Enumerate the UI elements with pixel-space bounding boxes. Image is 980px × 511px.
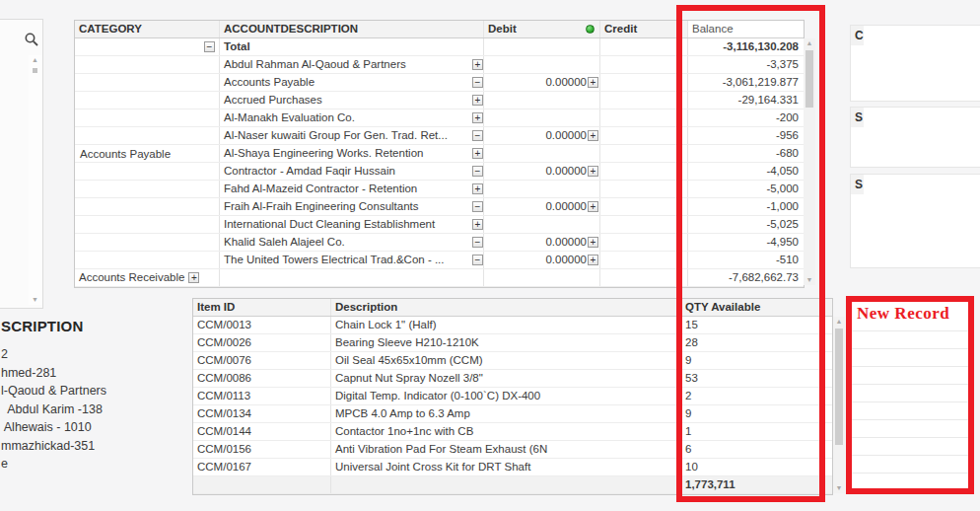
account-row[interactable]: Accounts Payable − 0.00000 + -3,061,219.… xyxy=(75,74,804,92)
item-row[interactable]: CCM/0086 Capnut Nut Spray Nozell 3/8" 53 xyxy=(193,370,832,388)
balance-value: -200 xyxy=(688,110,804,126)
expand-plus-icon[interactable]: + xyxy=(588,77,598,88)
search-icon[interactable] xyxy=(24,32,39,47)
expand-plus-icon[interactable]: + xyxy=(588,201,598,212)
expand-toggle-icon[interactable]: + xyxy=(472,148,483,159)
balance-value: -5,000 xyxy=(688,181,804,197)
scrollbar-thumb[interactable] xyxy=(33,68,37,73)
item-id: CCM/0076 xyxy=(193,352,331,369)
expand-plus-icon[interactable]: + xyxy=(588,130,598,141)
credit-cell xyxy=(600,198,688,215)
scroll-up-icon[interactable]: ▲ xyxy=(32,55,38,65)
category-cell xyxy=(75,163,220,180)
left-panel-scrollbar[interactable]: ▲ ▼ xyxy=(29,55,41,305)
expand-toggle-icon[interactable]: + xyxy=(472,183,483,194)
account-row[interactable]: Abdul Rahman Al-Qaoud & Partners + -3,37… xyxy=(75,56,804,74)
col-header-balance[interactable]: Balance xyxy=(688,21,804,37)
panel-header-label: S xyxy=(855,110,863,125)
expand-toggle-icon[interactable]: + xyxy=(472,95,483,106)
item-row[interactable]: CCM/0113 Digital Temp. Indicator (0-100`… xyxy=(193,388,832,405)
col-header-description[interactable]: Description xyxy=(331,299,681,316)
list-item[interactable]: hmed-281 xyxy=(1,364,188,383)
account-row[interactable]: Fraih Al-Fraih Engineering Consultants −… xyxy=(75,198,804,216)
scrollbar-thumb[interactable] xyxy=(805,50,813,108)
balance-value: -7,682,662.73 xyxy=(688,269,804,286)
collapse-icon[interactable]: − xyxy=(204,41,215,52)
account-name: Contractor - Amdad Faqir Hussain xyxy=(220,163,472,180)
account-row[interactable]: Khalid Saleh Alajeel Co. − 0.00000 + -4,… xyxy=(75,234,804,252)
list-item[interactable]: Alhewais - 1010 xyxy=(1,418,188,437)
expand-toggle-icon[interactable]: + xyxy=(472,219,483,230)
credit-cell xyxy=(600,74,688,91)
expand-toggle-icon[interactable]: − xyxy=(472,255,483,265)
item-row[interactable]: CCM/0076 Oil Seal 45x65x10mm (CCM) 9 xyxy=(193,352,832,370)
balance-value: -680 xyxy=(688,145,804,162)
scroll-down-icon[interactable]: ▼ xyxy=(806,275,813,285)
grid-row-accounts-receivable[interactable]: Accounts Receivable + -7,682,662.73 xyxy=(75,269,804,287)
item-row[interactable]: CCM/0156 Anti Vibration Pad For Steam Ex… xyxy=(193,441,832,459)
expand-plus-icon[interactable]: + xyxy=(588,166,598,177)
expand-plus-icon[interactable]: + xyxy=(588,237,598,248)
item-row[interactable]: CCM/0134 MPCB 4.0 Amp to 6.3 Amp 9 xyxy=(193,405,832,423)
account-name: Al-Shaya Engineering Works. Retention xyxy=(220,145,472,162)
item-qty: 6 xyxy=(681,441,832,458)
total-balance-value: -3,116,130.208 xyxy=(688,38,804,55)
list-item[interactable]: mmazhickad-351 xyxy=(1,437,188,456)
account-row[interactable]: International Duct Cleaning Establishmen… xyxy=(75,216,804,234)
list-item[interactable]: 2 xyxy=(1,345,188,364)
col-header-credit[interactable]: Credit xyxy=(600,21,688,37)
list-item[interactable]: e xyxy=(1,455,188,474)
item-row[interactable]: CCM/0167 Universal Joint Cross Kit for D… xyxy=(193,459,832,476)
description-list: SCRIPTION 2 hmed-281 l-Qaoud & Partners … xyxy=(1,318,188,474)
status-green-dot-icon xyxy=(586,25,595,34)
account-row[interactable]: Accrued Purchases + -29,164.331 xyxy=(75,92,804,110)
col-header-qty-available[interactable]: QTY Available xyxy=(681,299,832,316)
col-header-category[interactable]: CATEGORY xyxy=(75,21,220,37)
item-row[interactable]: CCM/0144 Contactor 1no+1nc with CB 1 xyxy=(193,423,832,441)
credit-cell xyxy=(600,163,688,180)
scroll-up-icon[interactable]: ▲ xyxy=(806,38,813,48)
scroll-up-icon[interactable]: ▲ xyxy=(836,317,843,327)
grid-row-total[interactable]: − Total -3,116,130.208 xyxy=(75,38,804,56)
expand-toggle-icon[interactable]: + xyxy=(472,59,483,70)
credit-cell xyxy=(600,234,688,251)
account-row[interactable]: Al-Shaya Engineering Works. Retention + … xyxy=(75,145,804,163)
debit-value: 0.00000 xyxy=(545,234,587,251)
expand-toggle-icon[interactable]: + xyxy=(188,272,199,283)
accounts-grid-scrollbar[interactable]: ▲ ▼ xyxy=(804,38,815,285)
expand-plus-icon[interactable]: + xyxy=(588,255,598,265)
account-row[interactable]: Al-Manakh Evaluation Co. + -200 xyxy=(75,110,804,127)
item-qty: 53 xyxy=(681,370,832,387)
panel-header-label: S xyxy=(855,177,863,192)
item-id: CCM/0026 xyxy=(193,334,331,351)
right-panel-section-1: C xyxy=(850,25,980,102)
item-row[interactable]: CCM/0013 Chain Lock 1" (Half) 15 xyxy=(193,317,832,334)
scrollbar-thumb[interactable] xyxy=(835,328,843,445)
account-name: Fraih Al-Fraih Engineering Consultants xyxy=(220,198,472,215)
expand-toggle-icon[interactable]: − xyxy=(472,166,483,177)
item-row[interactable]: CCM/0026 Bearing Sleeve H210-1210K 28 xyxy=(193,334,832,352)
expand-toggle-icon[interactable]: − xyxy=(472,130,483,141)
credit-cell xyxy=(600,127,688,144)
items-grid-header: Item ID Description QTY Available xyxy=(193,299,832,317)
item-id: CCM/0144 xyxy=(193,423,331,440)
list-item[interactable]: l-Qaoud & Partners xyxy=(1,382,188,401)
account-row[interactable]: Contractor - Amdad Faqir Hussain − 0.000… xyxy=(75,163,804,181)
list-item[interactable]: Abdul Karim -138 xyxy=(1,401,188,419)
scroll-down-icon[interactable]: ▼ xyxy=(32,295,38,305)
item-qty: 2 xyxy=(681,388,832,404)
col-header-debit[interactable]: Debit xyxy=(484,21,600,37)
expand-toggle-icon[interactable]: − xyxy=(472,77,483,88)
expand-toggle-icon[interactable]: − xyxy=(472,237,483,248)
account-row[interactable]: The United Towers Electrical Trad.&Con -… xyxy=(75,252,804,269)
item-description: Universal Joint Cross Kit for DRT Shaft xyxy=(331,459,681,475)
scroll-down-icon[interactable]: ▼ xyxy=(836,483,843,493)
account-row[interactable]: Fahd Al-Mazeid Contractor - Retention + … xyxy=(75,181,804,198)
new-record-empty-rows[interactable] xyxy=(850,298,970,491)
items-grid-scrollbar[interactable]: ▲ ▼ xyxy=(833,317,845,493)
expand-toggle-icon[interactable]: − xyxy=(472,201,483,212)
col-header-item-id[interactable]: Item ID xyxy=(193,299,331,316)
col-header-accountdescription[interactable]: ACCOUNTDESCRIPTION xyxy=(220,21,484,37)
expand-toggle-icon[interactable]: + xyxy=(472,112,483,123)
account-row[interactable]: Al-Naser kuwaiti Group For Gen. Trad. Re… xyxy=(75,127,804,145)
